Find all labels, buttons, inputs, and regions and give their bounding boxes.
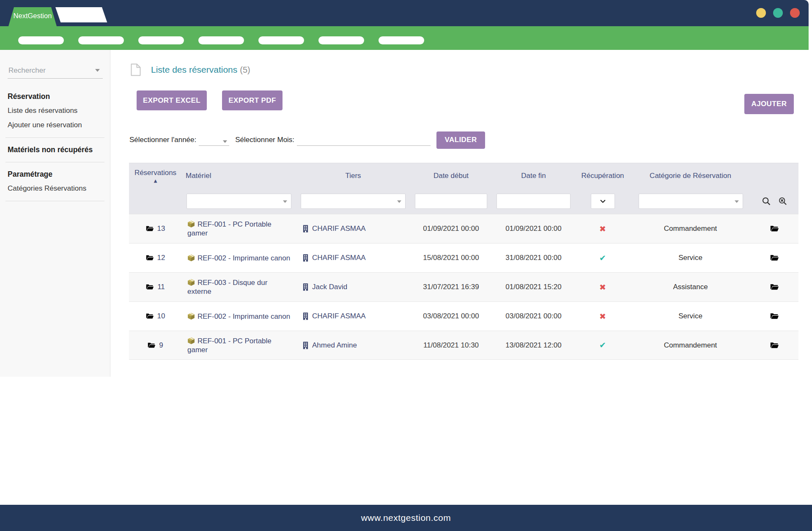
recuperation-status-icon: ✖ (599, 282, 606, 292)
open-reservation-icon[interactable] (770, 312, 779, 320)
app-window: NextGestion Rechercher Réservation Liste… (0, 0, 812, 531)
nav-pill[interactable] (138, 36, 184, 44)
sidebar-item-categories-reservations[interactable]: Catégories Réservations (8, 181, 102, 196)
year-filter-select[interactable] (199, 134, 229, 146)
sidebar-section-parametrage[interactable]: Paramétrage (8, 167, 102, 181)
main-content: Liste des réservations(5) EXPORT EXCEL E… (110, 50, 812, 378)
open-reservation-icon[interactable] (770, 283, 779, 291)
materiel-link[interactable]: REF-003 - Disque dur externe (187, 279, 267, 296)
reservations-table: Réservations ▲ Matériel Tiers Date début… (129, 163, 798, 360)
materiel-link[interactable]: REF-002 - Imprimante canon (198, 254, 290, 262)
folder-open-icon (146, 255, 154, 261)
export-pdf-button[interactable]: EXPORT PDF (222, 90, 283, 110)
tiers-link[interactable]: CHARIF ASMAA (312, 254, 366, 262)
footer: www.nextgestion.com (0, 505, 812, 531)
chevron-down-icon (283, 200, 287, 203)
window-dot-teal-icon[interactable] (773, 8, 783, 18)
tiers-link[interactable]: Jack David (312, 283, 347, 291)
sidebar-search-input[interactable]: Rechercher (8, 63, 103, 79)
open-reservation-icon[interactable] (770, 254, 779, 262)
nav-pill[interactable] (318, 36, 364, 44)
month-filter-label: Sélectionner Mois: (235, 136, 294, 144)
valider-button[interactable]: VALIDER (436, 131, 485, 149)
ajouter-button[interactable]: AJOUTER (744, 94, 794, 114)
date-debut-value: 01/09/2021 00:00 (410, 224, 492, 233)
table-row[interactable]: 10 REF-002 - Imprimante canon CHARIF ASM… (129, 301, 798, 331)
filter-bar: Sélectionner l'année: Sélectionner Mois:… (129, 131, 485, 149)
column-header-categorie[interactable]: Catégorie de Réservation (630, 172, 751, 180)
materiel-link[interactable]: REF-002 - Imprimante canon (198, 312, 290, 320)
page-title-count: (5) (240, 65, 250, 74)
recuperation-status-icon: ✖ (599, 224, 606, 233)
document-icon (130, 63, 141, 76)
building-icon (302, 225, 309, 233)
reservation-id: 10 (157, 312, 165, 320)
sidebar-section-reservation[interactable]: Réservation (8, 90, 102, 104)
sidebar-divider (5, 162, 104, 162)
column-header-materiel[interactable]: Matériel (182, 172, 296, 180)
date-debut-value: 11/08/2021 10:30 (410, 341, 492, 350)
nav-pill[interactable] (198, 36, 244, 44)
categorie-value: Commandement (630, 224, 751, 233)
page-title-row: Liste des réservations(5) (130, 63, 250, 76)
categorie-value: Commandement (630, 341, 751, 350)
tiers-link[interactable]: CHARIF ASMAA (312, 312, 366, 320)
building-icon (302, 342, 309, 349)
open-reservation-icon[interactable] (770, 342, 779, 349)
date-fin-value: 01/09/2021 00:00 (492, 224, 575, 233)
sidebar-section-materiels-non-recuperes[interactable]: Matériels non récupérés (8, 143, 102, 157)
open-reservation-icon[interactable] (770, 225, 779, 233)
search-icon[interactable] (762, 197, 771, 206)
recuperation-filter-select[interactable] (591, 194, 615, 209)
materiel-filter-select[interactable] (187, 194, 291, 209)
column-header-recuperation[interactable]: Récupération (575, 172, 630, 180)
materiel-link[interactable]: REF-001 - PC Portable gamer (187, 220, 272, 237)
package-icon (187, 337, 195, 345)
tiers-link[interactable]: Ahmed Amine (312, 341, 357, 350)
nav-pill[interactable] (258, 36, 304, 44)
table-row[interactable]: 9 REF-001 - PC Portable gamer Ahmed Amin… (129, 331, 798, 360)
building-icon (302, 312, 309, 320)
chevron-down-icon (95, 69, 100, 72)
tiers-link[interactable]: CHARIF ASMAA (312, 224, 366, 233)
sidebar-item-liste-des-reservations[interactable]: Liste des réservations (8, 104, 102, 118)
nav-pill[interactable] (379, 36, 424, 44)
date-debut-filter-input[interactable] (415, 194, 487, 209)
window-dot-red-icon[interactable] (790, 8, 800, 18)
materiel-link[interactable]: REF-001 - PC Portable gamer (187, 337, 272, 354)
column-header-date-debut[interactable]: Date début (410, 172, 492, 180)
column-header-reservations[interactable]: Réservations ▲ (129, 169, 182, 183)
table-filter-row (129, 189, 798, 214)
column-header-date-fin[interactable]: Date fin (492, 172, 575, 180)
decorative-ribbon (55, 7, 107, 22)
sidebar-divider (5, 201, 104, 201)
table-row[interactable]: 11 REF-003 - Disque dur externe Jack Dav… (129, 272, 798, 301)
tiers-filter-select[interactable] (301, 194, 406, 209)
month-filter-input[interactable] (297, 134, 431, 146)
clear-search-icon[interactable] (778, 197, 787, 206)
table-row[interactable]: 12 REF-002 - Imprimante canon CHARIF ASM… (129, 243, 798, 272)
export-excel-button[interactable]: EXPORT EXCEL (137, 90, 207, 110)
sidebar-item-ajouter-une-reservation[interactable]: Ajouter une réservation (8, 118, 102, 132)
folder-open-icon (146, 225, 154, 232)
column-header-label: Réservations (134, 169, 176, 177)
recuperation-status-icon: ✔ (599, 253, 606, 263)
building-icon (302, 254, 309, 262)
year-filter-label: Sélectionner l'année: (129, 136, 196, 144)
recuperation-status-icon: ✖ (599, 312, 606, 321)
brand-tab[interactable]: NextGestion (8, 7, 57, 26)
categorie-filter-select[interactable] (639, 194, 743, 209)
reservation-id: 13 (157, 224, 165, 233)
column-header-tiers[interactable]: Tiers (296, 172, 410, 180)
footer-url[interactable]: www.nextgestion.com (361, 513, 451, 523)
table-header: Réservations ▲ Matériel Tiers Date début… (129, 163, 798, 214)
nav-pill[interactable] (18, 36, 64, 44)
date-fin-filter-input[interactable] (497, 194, 571, 209)
page-title: Liste des réservations(5) (151, 65, 250, 75)
window-dot-yellow-icon[interactable] (756, 8, 766, 18)
table-row[interactable]: 13 REF-001 - PC Portable gamer CHARIF AS… (129, 214, 798, 243)
brand-logo-text: NextGestion (14, 12, 52, 20)
sidebar: Rechercher Réservation Liste des réserva… (0, 50, 110, 377)
package-icon (187, 279, 195, 286)
nav-pill[interactable] (78, 36, 124, 44)
